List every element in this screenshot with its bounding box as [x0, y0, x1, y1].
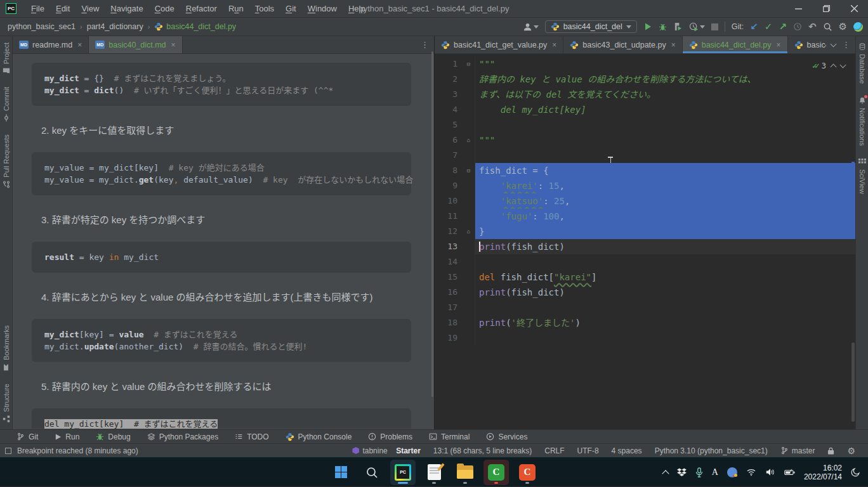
status-message[interactable]: Breakpoint reached (8 minutes ago) [17, 446, 138, 455]
python-interpreter[interactable]: Python 3.10 (python_basic_sec1) [648, 446, 774, 455]
tab-basic40_dict.md[interactable]: MDbasic40_dict.md× [89, 36, 182, 53]
code-line-2[interactable]: 2辞書内の key と value の組み合わせを削除する方法については、 [435, 72, 855, 87]
code-line-19[interactable]: 19 [435, 330, 855, 346]
code-line-17[interactable]: 17 [435, 300, 855, 315]
menu-file[interactable]: File [25, 4, 50, 13]
menu-git[interactable]: Git [280, 4, 302, 13]
tool-stripe-notifications[interactable]: Notifications [858, 90, 866, 152]
taskbar-recorder-button[interactable]: C [515, 460, 540, 485]
profile-icon[interactable] [523, 22, 539, 32]
code-editor[interactable]: ✓✓ 3 1⊟"""2辞書内の key と value の組み合わせを削除する方… [435, 54, 855, 429]
lock-icon[interactable] [821, 447, 841, 455]
caret-position[interactable]: 13:1 (68 chars, 5 line breaks) [427, 446, 538, 455]
start-button[interactable] [328, 460, 353, 485]
tool-window-button-debug[interactable]: Debug [96, 432, 130, 441]
notifications-gear-icon[interactable]: ⚙ [841, 446, 862, 456]
tab-list-chevron-icon[interactable] [831, 41, 837, 47]
code-line-5[interactable]: 5 [435, 117, 855, 133]
code-line-8[interactable]: 8⊟fish_dict = { [435, 163, 855, 178]
code-line-13[interactable]: 13print(fish_dict) [435, 239, 855, 254]
code-line-12[interactable]: 12⌂} [435, 224, 855, 239]
menu-navigate[interactable]: Navigate [105, 4, 148, 13]
tool-stripe-structure[interactable]: Structure [3, 377, 10, 429]
code-line-3[interactable]: 3まず、は以下の del 文を覚えてください。 [435, 87, 855, 102]
menu-run[interactable]: Run [223, 4, 249, 13]
tab-basic42_dict_get_v[interactable]: basic42_dict_get_v [788, 36, 826, 53]
code-line-4[interactable]: 4 del my_dict[key] [435, 102, 855, 117]
tab-readme.md[interactable]: MDreadme.md× [13, 36, 89, 53]
code-line-15[interactable]: 15del fish_dict["karei"] [435, 269, 855, 285]
taskbar-pycharm-button[interactable]: PC [390, 460, 416, 485]
menu-view[interactable]: View [76, 4, 105, 13]
tool-window-button-run[interactable]: Run [55, 432, 79, 441]
wifi-icon[interactable] [746, 468, 756, 476]
volume-icon[interactable] [765, 468, 775, 476]
rollback-icon[interactable]: ↶ [808, 21, 817, 32]
tool-window-button-python-console[interactable]: Python Console [286, 432, 352, 441]
tool-stripe-commit[interactable]: Commit [3, 81, 10, 128]
tab-close-icon[interactable]: × [552, 41, 556, 49]
menu-tools[interactable]: Tools [249, 4, 280, 13]
tab-options-kebab-icon[interactable]: ⋮ [421, 40, 429, 49]
git-branch-widget[interactable]: master [774, 446, 822, 455]
code-line-11[interactable]: 11 'fugu': 100, [435, 209, 855, 224]
minimize-button[interactable] [784, 0, 812, 17]
taskbar-clock[interactable]: 16:022022/07/14 [804, 464, 842, 481]
tab-options-kebab-icon[interactable]: ⋮ [842, 40, 850, 49]
tool-stripe-project[interactable]: Project [3, 36, 10, 81]
code-line-9[interactable]: 9 'karei': 15, [435, 178, 855, 193]
microphone-icon[interactable] [695, 467, 703, 477]
tool-window-button-python-packages[interactable]: Python Packages [147, 432, 218, 441]
tab-basic43_dict_udpate.py[interactable]: basic43_dict_udpate.py× [563, 36, 682, 53]
profiler-button[interactable] [689, 22, 705, 31]
taskbar-notepad-button[interactable] [421, 460, 447, 485]
layout-widget-icon[interactable] [5, 448, 11, 454]
menu-code[interactable]: Code [149, 4, 180, 13]
tabnine-widget[interactable]: tabnine Starter [346, 446, 426, 455]
tray-expand-icon[interactable] [662, 470, 669, 477]
tool-stripe-pull-requests[interactable]: Pull Requests [3, 128, 10, 195]
search-everywhere-icon[interactable] [823, 22, 832, 32]
indent-style[interactable]: 4 spaces [605, 446, 648, 455]
git-push-icon[interactable]: ↗ [779, 21, 787, 32]
tray-app-icon[interactable] [727, 467, 737, 477]
tab-close-icon[interactable]: × [171, 41, 176, 49]
close-button[interactable] [840, 0, 868, 17]
tab-close-icon[interactable]: × [671, 41, 676, 49]
file-encoding[interactable]: UTF-8 [571, 446, 605, 455]
breadcrumb-item[interactable]: basic44_dict_del.py [154, 22, 236, 31]
tool-stripe-sciview[interactable]: SciView [858, 152, 866, 200]
tool-stripe-database[interactable]: Database [858, 36, 866, 90]
run-button[interactable] [643, 22, 652, 31]
breadcrumb-item[interactable]: python_basic_sec1 [8, 22, 76, 31]
tab-basic41_dict_get_value.py[interactable]: basic41_dict_get_value.py× [435, 36, 563, 53]
tool-window-button-terminal[interactable]: Terminal [429, 432, 470, 441]
maximize-button[interactable] [812, 0, 840, 17]
line-separator[interactable]: CRLF [538, 446, 570, 455]
stop-button[interactable] [711, 23, 718, 30]
dropbox-icon[interactable] [677, 468, 687, 477]
markdown-scrollbar[interactable] [431, 51, 433, 397]
tool-window-button-todo[interactable]: TODO [235, 432, 268, 441]
taskbar-search-button[interactable] [359, 460, 385, 485]
ime-mode-indicator[interactable]: A [712, 467, 718, 477]
night-light-icon[interactable] [851, 467, 860, 477]
breadcrumb-item[interactable]: part4_dictionary [87, 22, 143, 31]
debug-button[interactable] [659, 23, 667, 31]
tool-window-button-services[interactable]: Services [486, 432, 527, 441]
tool-window-button-git[interactable]: Git [16, 432, 38, 441]
code-line-18[interactable]: 18print('終了しました') [435, 315, 855, 330]
markdown-preview[interactable]: my_dict = {} # まずはこれを覚えましょう。my_dict = di… [13, 54, 434, 429]
plugin-icon[interactable] [853, 22, 863, 32]
menu-refactor[interactable]: Refactor [180, 4, 223, 13]
menu-edit[interactable]: Edit [50, 4, 76, 13]
tab-basic44_dict_del.py[interactable]: basic44_dict_del.py× [683, 36, 788, 53]
code-line-14[interactable]: 14 [435, 254, 855, 269]
settings-gear-icon[interactable]: ⚙ [839, 21, 847, 32]
run-configuration-select[interactable]: basic44_dict_del [545, 20, 637, 33]
tab-close-icon[interactable]: × [77, 41, 82, 49]
code-line-6[interactable]: 6⌂""" [435, 133, 855, 148]
tool-window-button-problems[interactable]: Problems [368, 432, 412, 441]
tool-stripe-bookmarks[interactable]: Bookmarks [3, 319, 10, 377]
code-line-16[interactable]: 16print(fish_dict) [435, 285, 855, 300]
